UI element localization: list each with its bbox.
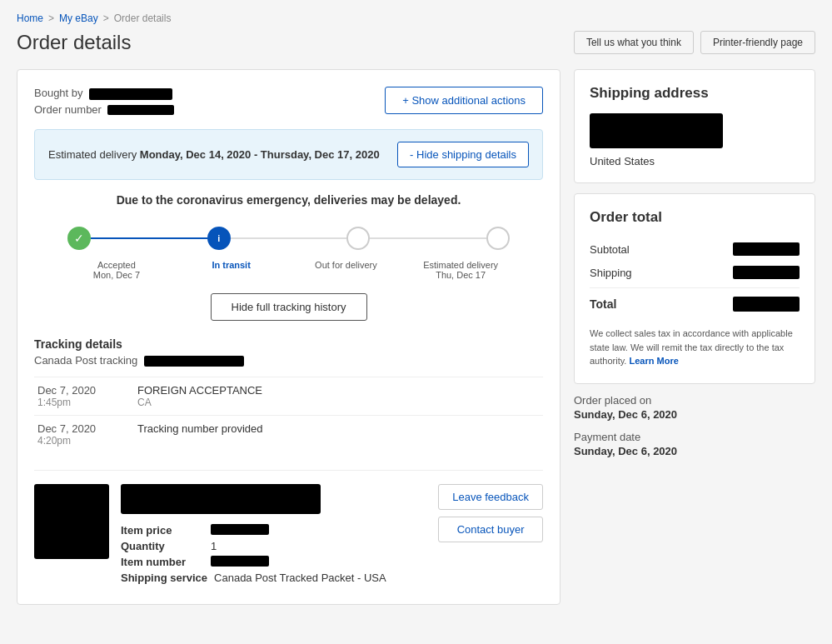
- tracking-table: Dec 7, 2020 1:45pm FOREIGN ACCEPTANCE CA: [34, 377, 543, 453]
- subtotal-value: [733, 242, 800, 256]
- item-number-value: [211, 556, 269, 567]
- tracking-event-1: FOREIGN ACCEPTANCE: [137, 384, 540, 397]
- track-history-button[interactable]: Hide full tracking history: [211, 293, 367, 321]
- breadcrumb-home[interactable]: Home: [17, 12, 43, 24]
- printer-friendly-button[interactable]: Printer-friendly page: [700, 31, 815, 54]
- tracking-details-heading: Tracking details: [34, 337, 543, 351]
- total-row: Total: [590, 287, 800, 317]
- item-number-row: Item number: [121, 556, 426, 568]
- order-dates: Order placed on Sunday, Dec 6, 2020 Paym…: [574, 394, 815, 467]
- breadcrumb-current: Order details: [114, 12, 172, 24]
- table-row: Dec 7, 2020 1:45pm FOREIGN ACCEPTANCE CA: [34, 377, 543, 415]
- hide-shipping-details-button[interactable]: - Hide shipping details: [397, 142, 529, 167]
- right-panel: Shipping address United States Order tot…: [574, 69, 815, 467]
- tracking-details: Tracking details Canada Post tracking De…: [34, 337, 543, 453]
- step-estimated-delivery: [486, 227, 510, 250]
- show-additional-actions-button[interactable]: + Show additional actions: [385, 87, 543, 114]
- item-quantity-row: Quantity 1: [121, 540, 426, 552]
- covid-notice: Due to the coronavirus emergency, delive…: [34, 193, 543, 207]
- tax-notice: We collect sales tax in accordance with …: [590, 327, 800, 368]
- tracking-date-2: Dec 7, 2020: [37, 422, 131, 435]
- shipping-address-heading: Shipping address: [590, 85, 800, 102]
- step-accepted-sublabel: Mon, Dec 7: [59, 270, 174, 280]
- step-estimated-delivery-circle: [486, 227, 510, 250]
- order-number-label: Order number: [34, 103, 102, 116]
- line-2: [231, 237, 347, 239]
- order-placed-value: Sunday, Dec 6, 2020: [574, 408, 815, 421]
- step-accepted-label: Accepted: [59, 260, 174, 270]
- bought-by-value: [89, 88, 172, 100]
- line-1: [91, 237, 207, 239]
- order-total-rows: Subtotal Shipping Total: [590, 237, 800, 317]
- item-shipping-value: Canada Post Tracked Packet - USA: [214, 572, 386, 584]
- order-placed-block: Order placed on Sunday, Dec 6, 2020: [574, 394, 815, 421]
- breadcrumb: Home > My eBay > Order details: [17, 12, 815, 24]
- bought-by-row: Bought by: [34, 87, 174, 100]
- tracking-event-2: Tracking number provided: [137, 422, 540, 435]
- total-value: [733, 297, 800, 312]
- payment-date-value: Sunday, Dec 6, 2020: [574, 445, 815, 457]
- item-section: Item price Quantity 1 Item number: [34, 470, 543, 587]
- step-estimated-delivery-label: Estimated delivery: [403, 260, 518, 270]
- subtotal-label: Subtotal: [590, 243, 630, 256]
- item-image: [34, 484, 109, 559]
- item-actions: Leave feedback Contact buyer: [438, 484, 543, 542]
- order-placed-label: Order placed on: [574, 394, 815, 407]
- item-shipping-row: Shipping service Canada Post Tracked Pac…: [121, 572, 426, 584]
- step-in-transit-label: In transit: [174, 260, 289, 270]
- tracking-number-redacted: [144, 356, 244, 367]
- leave-feedback-button[interactable]: Leave feedback: [438, 484, 543, 510]
- shipping-row: Shipping: [590, 261, 800, 284]
- delivery-text: Estimated delivery Monday, Dec 14, 2020 …: [48, 148, 380, 161]
- order-total-heading: Order total: [590, 209, 800, 226]
- page-title: Order details: [17, 31, 131, 54]
- item-quantity-value: 1: [211, 540, 217, 552]
- step-accepted: ✓: [67, 227, 91, 250]
- delivery-banner: Estimated delivery Monday, Dec 14, 2020 …: [34, 129, 543, 180]
- address-country: United States: [590, 155, 800, 167]
- order-number-value: [107, 105, 174, 115]
- payment-date-label: Payment date: [574, 431, 815, 443]
- shipping-address-card: Shipping address United States: [574, 69, 815, 183]
- item-title-redacted: [121, 484, 321, 514]
- tracking-steps: ✓ i: [67, 227, 510, 250]
- step-out-for-delivery-circle: [346, 227, 370, 250]
- item-price-row: Item price: [121, 524, 426, 537]
- tell-us-button[interactable]: Tell us what you think: [574, 31, 694, 54]
- tracking-date-1: Dec 7, 2020: [37, 384, 131, 397]
- table-row: Dec 7, 2020 4:20pm Tracking number provi…: [34, 415, 543, 453]
- step-estimated-delivery-sublabel: Thu, Dec 17: [403, 270, 518, 280]
- learn-more-link[interactable]: Learn More: [630, 356, 679, 366]
- step-accepted-circle: ✓: [67, 227, 91, 250]
- step-in-transit-circle: i: [207, 227, 231, 250]
- item-price-value: [211, 524, 269, 535]
- breadcrumb-my-ebay[interactable]: My eBay: [59, 12, 98, 24]
- subtotal-row: Subtotal: [590, 237, 800, 261]
- tracking-time-1: 1:45pm: [37, 397, 131, 408]
- contact-buyer-button[interactable]: Contact buyer: [438, 517, 543, 542]
- shipping-label: Shipping: [590, 267, 632, 279]
- tracking-time-2: 4:20pm: [37, 435, 131, 447]
- bought-by-label: Bought by: [34, 87, 83, 99]
- line-3: [370, 237, 486, 239]
- order-total-card: Order total Subtotal Shipping Total: [574, 193, 815, 384]
- tracking-sub: Canada Post tracking: [34, 354, 543, 367]
- payment-date-block: Payment date Sunday, Dec 6, 2020: [574, 431, 815, 457]
- address-redacted: [590, 113, 723, 148]
- step-out-for-delivery-label: Out for delivery: [289, 260, 404, 270]
- shipping-value: [733, 266, 800, 279]
- item-info: Item price Quantity 1 Item number: [121, 484, 426, 587]
- step-in-transit: i: [207, 227, 231, 250]
- order-number-row: Order number: [34, 103, 174, 116]
- step-out-for-delivery: [346, 227, 370, 250]
- tracking-event-sub-1: CA: [137, 397, 540, 408]
- total-label: Total: [590, 297, 616, 311]
